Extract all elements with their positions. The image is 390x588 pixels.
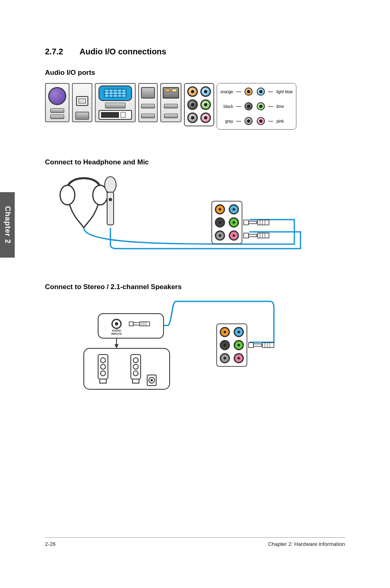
io-block-ps2 bbox=[45, 83, 69, 122]
jack-lime-icon bbox=[200, 99, 211, 110]
svg-rect-35 bbox=[129, 322, 133, 326]
svg-point-65 bbox=[238, 344, 240, 346]
legend-label-gray: gray bbox=[220, 119, 233, 123]
legend-label-lime: lime bbox=[276, 104, 293, 109]
jack-black-icon bbox=[187, 99, 198, 110]
audio-plug-icon bbox=[249, 343, 274, 348]
speakers-enclosure-icon bbox=[84, 348, 170, 389]
svg-text:INPUTS: INPUTS bbox=[111, 332, 122, 335]
jack-pink-icon bbox=[200, 112, 211, 123]
subhead-headphone-mic: Connect to Headphone and Mic bbox=[45, 158, 345, 166]
svg-rect-72 bbox=[262, 343, 274, 348]
svg-point-15 bbox=[219, 234, 221, 237]
io-block-vga-dvi bbox=[95, 83, 136, 122]
svg-point-11 bbox=[219, 221, 221, 224]
svg-point-0 bbox=[60, 185, 75, 205]
section-heading: 2.7.2 Audio I/O connections bbox=[45, 47, 345, 56]
footer-page-number: 2-26 bbox=[45, 541, 56, 547]
dvi-port-icon bbox=[99, 110, 132, 120]
esata-port-icon bbox=[75, 112, 89, 120]
svg-rect-37 bbox=[140, 322, 150, 326]
svg-point-13 bbox=[233, 221, 235, 224]
svg-point-47 bbox=[101, 371, 105, 376]
section-title: Audio I/O connections bbox=[79, 47, 166, 56]
svg-rect-70 bbox=[249, 343, 253, 348]
svg-rect-19 bbox=[249, 221, 257, 224]
svg-rect-20 bbox=[258, 220, 269, 225]
subhead-stereo-speakers: Connect to Stereo / 2.1-channel Speakers bbox=[45, 283, 345, 291]
svg-text:AUDIO: AUDIO bbox=[112, 329, 121, 332]
io-block-hdmi bbox=[72, 83, 92, 122]
rj45-port-icon bbox=[163, 87, 179, 99]
chapter-tab: Chapter 2 bbox=[0, 192, 15, 258]
jack-panel-small bbox=[217, 324, 247, 366]
svg-rect-3 bbox=[107, 192, 114, 225]
jack-orange-icon bbox=[187, 86, 198, 97]
vga-port-icon bbox=[99, 85, 132, 101]
diagram-io-panel: orange light blue black lime gray bbox=[45, 83, 315, 130]
svg-rect-36 bbox=[133, 323, 140, 325]
svg-rect-48 bbox=[100, 379, 106, 383]
io-block-usb bbox=[138, 83, 158, 122]
svg-point-67 bbox=[224, 357, 226, 359]
svg-point-61 bbox=[238, 331, 240, 333]
svg-rect-71 bbox=[253, 344, 262, 346]
legend-label-black: black bbox=[220, 104, 233, 109]
svg-rect-18 bbox=[244, 220, 249, 225]
svg-point-69 bbox=[238, 357, 240, 359]
page-footer: 2-26 Chapter 2: Hardware information bbox=[45, 537, 345, 547]
legend-label-pink: pink bbox=[276, 119, 293, 123]
svg-rect-53 bbox=[132, 379, 139, 383]
svg-rect-24 bbox=[244, 233, 249, 238]
audio-plug-icon bbox=[244, 233, 269, 238]
headphone-icon bbox=[60, 178, 108, 228]
diagram-headphone-mic bbox=[45, 173, 315, 254]
subhead-audio-io-ports: Audio I/O ports bbox=[45, 69, 345, 77]
vent-icon bbox=[105, 103, 126, 108]
svg-point-52 bbox=[133, 371, 138, 376]
usb-slot-icon bbox=[50, 114, 64, 119]
hdmi-port-icon bbox=[76, 96, 88, 106]
legend-label-orange: orange bbox=[220, 90, 233, 94]
jack-gray-icon bbox=[187, 112, 198, 123]
svg-point-4 bbox=[109, 198, 112, 201]
footer-chapter-title: Chapter 2: Hardware information bbox=[268, 541, 345, 547]
legend-label-lightblue: light blue bbox=[276, 90, 293, 94]
svg-rect-25 bbox=[249, 234, 257, 237]
svg-point-51 bbox=[133, 364, 138, 369]
svg-point-63 bbox=[224, 344, 226, 346]
io-block-lan-usb bbox=[160, 83, 182, 122]
svg-point-56 bbox=[150, 379, 153, 382]
svg-point-45 bbox=[101, 358, 105, 363]
svg-point-59 bbox=[224, 331, 226, 333]
svg-point-7 bbox=[219, 208, 221, 211]
svg-rect-26 bbox=[258, 233, 269, 238]
usb-slot-icon bbox=[50, 108, 64, 113]
svg-rect-43 bbox=[84, 348, 170, 389]
svg-point-9 bbox=[233, 208, 235, 211]
svg-point-32 bbox=[115, 322, 118, 325]
svg-point-46 bbox=[101, 364, 105, 369]
ps2-port-icon bbox=[48, 87, 66, 105]
svg-point-50 bbox=[133, 358, 138, 363]
subwoofer-box-icon: AUDIO INPUTS bbox=[98, 314, 164, 348]
jack-color-legend: orange light blue black lime gray bbox=[217, 83, 296, 130]
audio-jack-panel bbox=[184, 83, 214, 126]
svg-point-2 bbox=[105, 177, 116, 193]
section-number: 2.7.2 bbox=[45, 47, 63, 56]
audio-plug-icon bbox=[244, 220, 269, 225]
jack-panel-small bbox=[212, 201, 242, 244]
svg-marker-42 bbox=[114, 344, 119, 348]
jack-lightblue-icon bbox=[200, 86, 211, 97]
diagram-stereo-speakers: AUDIO INPUTS bbox=[45, 297, 315, 404]
svg-point-17 bbox=[233, 234, 235, 237]
